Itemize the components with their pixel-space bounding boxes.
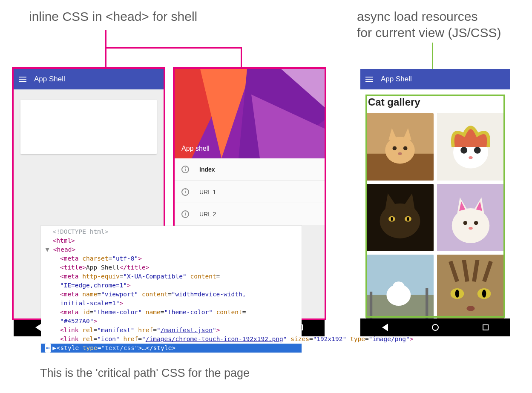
android-navbar — [360, 318, 510, 336]
app-bar: App Shell — [14, 69, 164, 89]
nav-back-icon[interactable] — [382, 324, 388, 331]
svg-rect-41 — [426, 288, 428, 318]
ellipsis-icon: ⋯ — [45, 344, 51, 353]
app-bar: App Shell — [360, 69, 510, 89]
code-line: <link rel="manifest" href="/manifest.jso… — [45, 326, 297, 335]
phone-screen: App Shell Cat gallery — [360, 69, 510, 318]
connector-left-vertical-b — [241, 47, 242, 69]
nav-list-item-url1[interactable]: i URL 1 — [175, 181, 325, 203]
disclosure-triangle-icon[interactable]: ▶ — [52, 344, 57, 353]
devtools-code-panel: <!DOCTYPE html> <html> ▼ <head> <meta ch… — [41, 226, 302, 353]
cat-image — [437, 255, 504, 318]
svg-point-13 — [398, 152, 402, 155]
cat-image — [366, 113, 434, 181]
gallery-tile[interactable] — [437, 113, 504, 181]
hero-title: App shell — [181, 145, 210, 152]
hero-banner: App shell — [175, 69, 325, 158]
cat-image — [366, 184, 434, 251]
code-line: <!DOCTYPE html> — [45, 227, 297, 236]
cat-image — [437, 184, 504, 251]
svg-point-18 — [469, 156, 472, 159]
svg-point-35 — [469, 227, 472, 229]
svg-point-17 — [474, 147, 481, 154]
nav-list-item-index[interactable]: i Index — [175, 158, 325, 181]
cat-image — [366, 255, 434, 318]
nav-home-icon[interactable] — [432, 324, 439, 331]
code-line: <meta id="theme-color" name="theme-color… — [45, 308, 297, 317]
phone-mock-gallery: App Shell Cat gallery — [360, 69, 510, 336]
svg-point-11 — [393, 146, 397, 150]
svg-rect-40 — [370, 292, 372, 318]
code-line: <meta http-equiv="X-UA-Compatible" conte… — [45, 272, 297, 281]
nav-recent-icon[interactable] — [483, 324, 489, 330]
svg-point-45 — [455, 290, 459, 298]
app-bar-title: App Shell — [381, 75, 412, 83]
code-line: <html> — [45, 236, 297, 245]
gallery-tile[interactable] — [366, 184, 434, 251]
code-line-selected[interactable]: ⋯▶<style type="text/css">…</style> — [41, 344, 302, 353]
svg-point-25 — [391, 217, 393, 221]
list-item-label: URL 2 — [199, 211, 216, 218]
info-icon: i — [181, 210, 189, 218]
svg-point-46 — [482, 290, 486, 298]
list-item-label: URL 1 — [199, 189, 216, 195]
disclosure-triangle-icon[interactable]: ▼ — [45, 245, 49, 254]
code-line: <meta name="viewport" content="width=dev… — [45, 290, 297, 299]
code-line: <link rel="icon" href="/images/chrome-to… — [45, 335, 297, 344]
code-line: "IE=edge,chrome=1"> — [45, 281, 297, 290]
code-line: "#4527A0"> — [45, 317, 297, 326]
code-line: <title>App Shell</title> — [45, 263, 297, 272]
hamburger-icon[interactable] — [365, 77, 373, 82]
annotation-inline-css: inline CSS in <head> for shell — [29, 9, 197, 25]
gallery-tile[interactable] — [366, 255, 434, 318]
code-line: initial-scale=1"> — [45, 299, 297, 308]
svg-point-33 — [463, 221, 467, 225]
gallery-tile[interactable] — [437, 255, 504, 318]
gallery-title: Cat gallery — [368, 96, 503, 108]
app-bar-title: App Shell — [34, 75, 65, 83]
svg-point-12 — [403, 146, 407, 150]
connector-left-horizontal — [105, 47, 242, 49]
svg-point-39 — [393, 281, 405, 292]
gallery-tile[interactable] — [437, 184, 504, 251]
nav-list-item-url2[interactable]: i URL 2 — [175, 203, 325, 225]
svg-point-47 — [467, 306, 475, 311]
svg-point-8 — [385, 137, 415, 164]
code-line: <meta charset="utf-8"> — [45, 254, 297, 263]
svg-point-34 — [474, 221, 478, 225]
annotation-async-line1: async load resources — [357, 9, 477, 25]
gallery-tile[interactable] — [366, 113, 434, 181]
annotation-async-line2: for current view (JS/CSS) — [357, 25, 501, 41]
info-icon: i — [181, 166, 189, 173]
annotation-critical-path: This is the 'critical path' CSS for the … — [40, 366, 250, 381]
list-item-label: Index — [199, 166, 215, 173]
connector-left-vertical-a — [105, 30, 106, 69]
blank-content-card — [20, 100, 157, 154]
gallery-grid — [360, 113, 510, 318]
cat-image — [437, 113, 504, 181]
nav-list: i Index i URL 1 i URL 2 — [175, 158, 325, 225]
code-line: ▼ <head> — [45, 245, 297, 254]
svg-point-26 — [407, 217, 409, 221]
info-icon: i — [181, 188, 189, 196]
hamburger-icon[interactable] — [19, 77, 26, 82]
svg-point-16 — [460, 147, 467, 154]
